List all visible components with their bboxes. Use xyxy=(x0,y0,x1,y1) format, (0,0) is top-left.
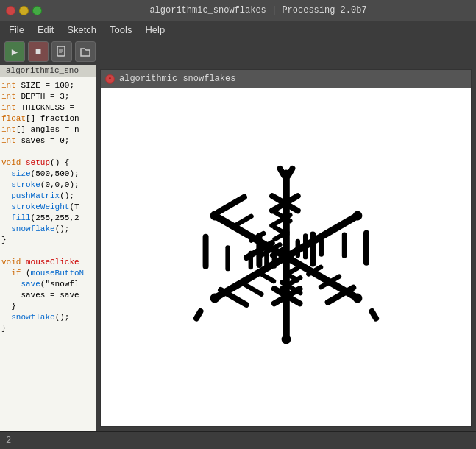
svg-rect-47 xyxy=(248,251,252,270)
minimize-button[interactable] xyxy=(19,6,29,15)
status-bar: 2 xyxy=(0,431,476,449)
stop-button[interactable]: ■ xyxy=(28,41,49,62)
window-controls xyxy=(6,6,42,15)
menu-tools[interactable]: Tools xyxy=(104,23,138,37)
preview-title: algorithmic_snowflakes xyxy=(119,74,235,84)
preview-title-bar: × algorithmic_snowflakes xyxy=(101,70,471,88)
maximize-button[interactable] xyxy=(32,6,42,15)
code-panel: algorithmic_sno int SIZE = 100; int DEPT… xyxy=(0,65,96,431)
preview-close-button[interactable]: × xyxy=(105,74,115,84)
svg-rect-28 xyxy=(319,238,323,257)
snowflake-image xyxy=(168,139,404,375)
svg-rect-52 xyxy=(264,244,269,270)
preview-area: × algorithmic_snowflakes xyxy=(96,65,476,431)
svg-rect-51 xyxy=(214,193,248,216)
line-number: 2 xyxy=(6,436,11,446)
preview-window: × algorithmic_snowflakes xyxy=(100,69,472,427)
svg-rect-26 xyxy=(341,233,346,258)
svg-rect-39 xyxy=(368,307,380,322)
menu-sketch[interactable]: Sketch xyxy=(61,23,102,37)
window-title: algorithmic_snowflakes | Processing 2.0b… xyxy=(46,5,470,15)
toolbar: ▶ ■ xyxy=(0,38,476,65)
menu-bar: File Edit Sketch Tools Help xyxy=(0,21,476,38)
close-button[interactable] xyxy=(6,6,15,15)
svg-rect-54 xyxy=(271,250,276,269)
code-tab[interactable]: algorithmic_sno xyxy=(0,65,96,77)
svg-rect-24 xyxy=(363,230,369,266)
svg-rect-16 xyxy=(310,231,316,266)
menu-file[interactable]: File xyxy=(3,23,30,37)
main-area: algorithmic_sno int SIZE = 100; int DEPT… xyxy=(0,65,476,431)
menu-edit[interactable]: Edit xyxy=(32,23,60,37)
preview-canvas xyxy=(101,88,471,426)
open-button[interactable] xyxy=(75,41,96,62)
svg-rect-18 xyxy=(302,233,307,259)
run-button[interactable]: ▶ xyxy=(4,41,25,62)
svg-rect-40 xyxy=(192,307,205,322)
menu-help[interactable]: Help xyxy=(139,23,171,37)
svg-rect-45 xyxy=(225,245,230,271)
svg-rect-20 xyxy=(295,239,299,258)
code-editor[interactable]: int SIZE = 100; int DEPTH = 3; int THICK… xyxy=(0,77,96,337)
svg-rect-43 xyxy=(202,234,208,269)
svg-point-38 xyxy=(281,335,291,344)
new-button[interactable] xyxy=(51,41,72,62)
title-bar: algorithmic_snowflakes | Processing 2.0b… xyxy=(0,0,476,21)
